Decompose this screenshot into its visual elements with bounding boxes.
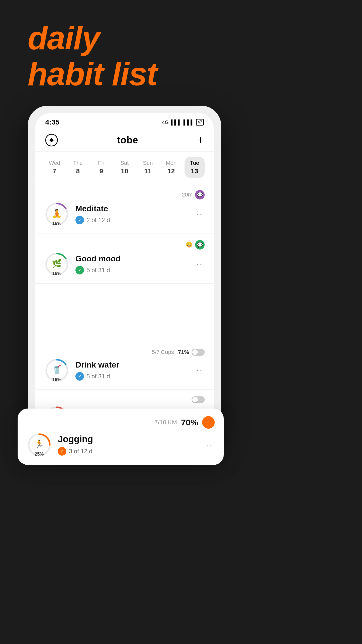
good-mood-progress-circle: 🌿 16% [44, 252, 69, 277]
meditate-chat-bubble[interactable]: 💬 [195, 190, 205, 199]
habit-info: Drink water ✓ 5 of 31 d [75, 360, 191, 381]
network-icon: 4G [162, 119, 169, 125]
habit-meta-row: 20m 💬 [44, 190, 205, 199]
drink-water-more-button[interactable]: ··· [197, 366, 205, 374]
date-item-tue[interactable]: Tue 13 [185, 157, 205, 178]
meditate-progress-circle: 🧘 16% [44, 202, 69, 227]
date-item-wed[interactable]: Wed 7 [44, 157, 65, 178]
add-habit-button[interactable]: + [197, 134, 204, 146]
habit-info: Good mood ✓ 5 of 31 d [75, 254, 191, 274]
meditate-percent: 16% [52, 221, 61, 226]
app-header: tobe + [35, 129, 214, 152]
toggle-knob [192, 397, 198, 403]
habit-content: 🧘 16% Meditate ✓ 2 of 12 d ··· [44, 202, 205, 227]
good-mood-name: Good mood [75, 254, 191, 263]
habit-info: Meditate ✓ 2 of 12 d [75, 204, 191, 224]
jogging-placeholder [35, 284, 214, 342]
jogging-floating-card: 7/10 KM 70% 🏃 25% Jogging ✓ [18, 409, 224, 465]
check-icon-meditate: ✓ [75, 216, 84, 224]
habit-meta-row: 😀 💬 [44, 240, 205, 250]
phone-screen: 4:35 4G ▌▌▌ ▌▌▌ 47 tobe + [35, 113, 214, 437]
check-icon-jogging: ✓ [58, 447, 66, 456]
jogging-icon: 🏃 [34, 439, 44, 449]
good-mood-streak-text: 5 of 31 d [86, 267, 110, 274]
hero-line2: habit list [28, 56, 157, 92]
jogging-info: Jogging ✓ 3 of 12 d [58, 434, 201, 456]
phone-mockup: 4:35 4G ▌▌▌ ▌▌▌ 47 tobe + [28, 106, 221, 445]
battery-icon: 47 [196, 119, 204, 126]
drink-water-pct: 71% [178, 349, 189, 355]
wifi-icon: ▌▌▌ [184, 119, 194, 125]
date-item-thu[interactable]: Thu 8 [68, 157, 88, 178]
habit-meta-row: 5/7 Cups 71% [44, 349, 205, 356]
meditate-streak: ✓ 2 of 12 d [75, 216, 191, 224]
jogging-streak: ✓ 3 of 12 d [58, 447, 201, 456]
habit-meta-row [44, 396, 205, 403]
quit-smoking-toggle[interactable] [192, 396, 205, 403]
date-day-num: 13 [191, 167, 198, 175]
drink-water-name: Drink water [75, 360, 191, 370]
jogging-name: Jogging [58, 434, 201, 445]
date-day-name: Sun [143, 160, 153, 166]
date-item-mon[interactable]: Mon 12 [161, 157, 181, 178]
date-item-sun[interactable]: Sun 11 [138, 157, 158, 178]
logo-diamond [49, 138, 54, 142]
date-navigation: Wed 7 Thu 8 Fri 9 Sat 10 [35, 152, 214, 183]
date-day-name: Sat [120, 160, 129, 166]
habit-list: 20m 💬 🧘 [35, 183, 214, 284]
meditate-name: Meditate [75, 204, 191, 213]
date-day-num: 7 [53, 167, 56, 175]
meditate-meta-text: 20m [182, 191, 193, 198]
meditate-more-button[interactable]: ··· [197, 210, 205, 218]
date-day-num: 10 [121, 167, 128, 175]
drink-water-icon: 🥤 [52, 365, 62, 374]
good-mood-emoji: 😀 [186, 242, 193, 248]
drink-water-cups-text: 5/7 Cups [152, 349, 174, 355]
meditate-streak-text: 2 of 12 d [86, 217, 110, 224]
date-day-num: 11 [144, 167, 152, 175]
date-day-name: Mon [166, 160, 176, 166]
habit-content: 🥤 16% Drink water ✓ 5 of 31 d ··· [44, 358, 205, 383]
toggle-knob [192, 349, 198, 355]
date-day-num: 12 [167, 167, 175, 175]
drink-water-progress-circle: 🥤 16% [44, 358, 69, 383]
status-time: 4:35 [45, 118, 59, 126]
jogging-pct-text: 70% [181, 418, 198, 427]
app-logo[interactable] [45, 134, 58, 146]
jogging-streak-text: 3 of 12 d [69, 448, 92, 455]
date-day-name: Tue [190, 160, 199, 166]
drink-water-streak: ✓ 5 of 31 d [75, 372, 191, 381]
date-item-fri[interactable]: Fri 9 [91, 157, 111, 178]
date-day-name: Wed [49, 160, 60, 166]
drink-water-percent: 16% [52, 377, 61, 382]
jogging-progress-circle: 🏃 25% [27, 432, 52, 457]
good-mood-chat-bubble[interactable]: 💬 [195, 240, 205, 250]
good-mood-streak: ✓ 5 of 31 d [75, 266, 191, 274]
status-icons: 4G ▌▌▌ ▌▌▌ 47 [162, 119, 204, 126]
chat-icon: 💬 [197, 242, 203, 248]
habit-content: 🌿 16% Good mood ✓ 5 of 31 d ··· [44, 252, 205, 277]
date-day-num: 8 [76, 167, 80, 175]
drink-water-toggle[interactable] [192, 349, 205, 356]
date-item-sat[interactable]: Sat 10 [114, 157, 134, 178]
habit-item-good-mood: 😀 💬 🌿 [35, 233, 214, 284]
status-bar: 4:35 4G ▌▌▌ ▌▌▌ 47 [35, 113, 214, 129]
phone-body: 4:35 4G ▌▌▌ ▌▌▌ 47 tobe + [28, 106, 221, 445]
meditate-icon: 🧘 [52, 209, 62, 218]
check-icon-drink-water: ✓ [75, 372, 84, 381]
jogging-percent: 25% [35, 452, 44, 457]
hero-title: daily habit list [28, 20, 157, 92]
good-mood-icon: 🌿 [52, 259, 62, 268]
drink-water-streak-text: 5 of 31 d [86, 373, 110, 380]
page-background: daily habit list 4:35 4G ▌▌▌ ▌▌▌ 47 [0, 0, 362, 644]
app-title: tobe [117, 135, 138, 146]
habit-item-drink-water: 5/7 Cups 71% 🥤 16% [35, 342, 214, 390]
date-day-num: 9 [99, 167, 103, 175]
good-mood-more-button[interactable]: ··· [197, 260, 205, 268]
good-mood-percent: 16% [52, 271, 61, 276]
jogging-content: 🏃 25% Jogging ✓ 3 of 12 d ··· [27, 432, 215, 457]
signal-bars-icon: ▌▌▌ [171, 119, 182, 125]
date-day-name: Thu [73, 160, 83, 166]
jogging-chat-bubble[interactable] [202, 416, 215, 429]
jogging-more-button[interactable]: ··· [207, 441, 215, 449]
